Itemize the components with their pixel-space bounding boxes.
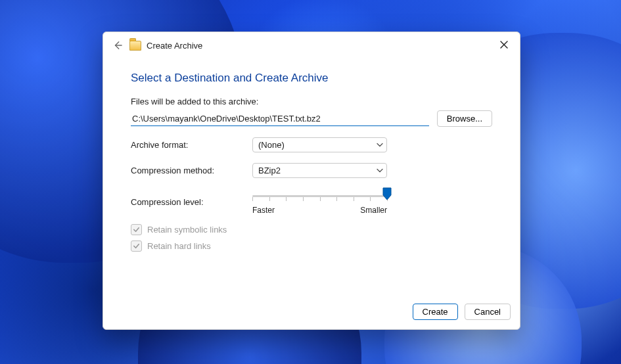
archive-format-select[interactable]: (None) <box>252 137 387 152</box>
slider-thumb[interactable] <box>382 187 392 200</box>
slider-max-label: Smaller <box>360 206 387 215</box>
archive-format-row: Archive format: (None) <box>131 137 492 152</box>
slider-tick <box>354 197 354 201</box>
subheading: Files will be added to this archive: <box>131 97 492 106</box>
retain-hard-links-option: Retain hard links <box>131 240 492 252</box>
compression-method-value: BZip2 <box>258 166 281 175</box>
browse-button[interactable]: Browse... <box>437 110 492 127</box>
slider-min-label: Faster <box>252 206 275 215</box>
slider-tick <box>320 197 321 201</box>
slider-tick <box>370 197 371 201</box>
chevron-down-icon <box>377 140 383 150</box>
slider-tick <box>336 197 337 201</box>
slider-tick <box>286 197 287 201</box>
page-heading: Select a Destination and Create Archive <box>131 72 492 85</box>
folder-icon <box>129 41 141 51</box>
titlebar: Create Archive <box>103 32 520 55</box>
slider-tick <box>303 197 304 201</box>
compression-method-label: Compression method: <box>131 166 252 175</box>
slider-tick <box>269 197 270 201</box>
archive-format-value: (None) <box>258 140 285 150</box>
check-icon <box>133 226 140 233</box>
retain-hard-links-label: Retain hard links <box>147 241 211 251</box>
compression-method-row: Compression method: BZip2 <box>131 163 492 178</box>
check-icon <box>133 242 140 250</box>
create-archive-dialog: Create Archive Select a Destination and … <box>103 32 520 330</box>
compression-level-row: Compression level: Faster Smaller <box>131 189 492 215</box>
slider-endpoints: Faster Smaller <box>252 206 387 215</box>
window-title: Create Archive <box>147 41 202 51</box>
retain-symbolic-links-checkbox <box>131 224 142 235</box>
destination-row: Browse... <box>131 110 492 127</box>
retain-symbolic-links-label: Retain symbolic links <box>147 225 227 235</box>
dialog-content: Select a Destination and Create Archive … <box>103 55 520 297</box>
back-button[interactable] <box>111 39 124 52</box>
dialog-footer: Create Cancel <box>103 297 520 329</box>
create-button[interactable]: Create <box>413 304 458 320</box>
retain-symbolic-links-option: Retain symbolic links <box>131 224 492 235</box>
close-icon <box>500 41 508 49</box>
arrow-left-icon <box>113 41 122 50</box>
destination-path-input[interactable] <box>131 111 429 126</box>
close-button[interactable] <box>495 37 513 52</box>
compression-level-label: Compression level: <box>131 197 252 207</box>
slider-tick <box>252 197 253 201</box>
compression-level-slider[interactable] <box>252 189 387 204</box>
desktop-wallpaper: Create Archive Select a Destination and … <box>0 0 621 364</box>
chevron-down-icon <box>377 166 383 175</box>
compression-method-select[interactable]: BZip2 <box>252 163 387 178</box>
retain-hard-links-checkbox <box>131 240 142 252</box>
cancel-button[interactable]: Cancel <box>465 304 511 320</box>
archive-format-label: Archive format: <box>131 140 252 150</box>
options-group: Retain symbolic links Retain hard links <box>131 224 492 252</box>
